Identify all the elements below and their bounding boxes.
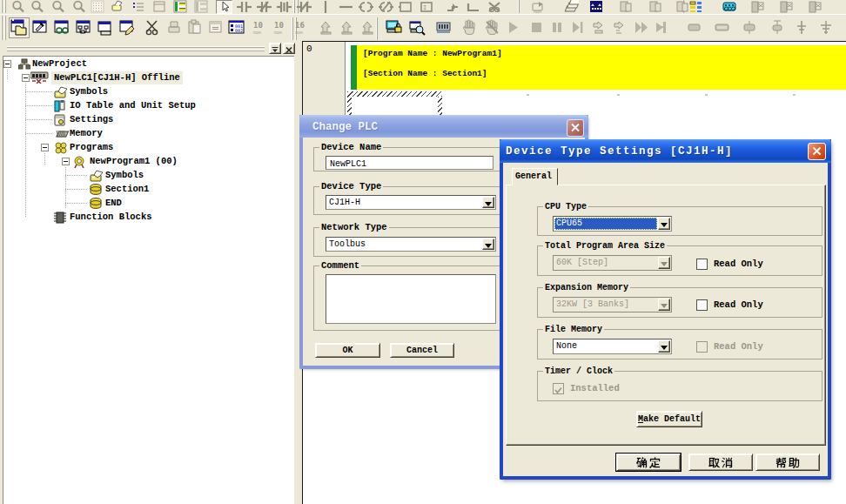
svg-text:non: non — [274, 30, 282, 36]
svg-text:non: non — [253, 30, 261, 36]
svg-text:16: 16 — [295, 21, 305, 30]
svg-text:10: 10 — [274, 21, 284, 30]
svg-text:10: 10 — [253, 21, 263, 30]
svg-text:002: 002 — [235, 28, 243, 33]
svg-text:non: non — [534, 10, 541, 14]
svg-text:I: I — [423, 4, 426, 11]
svg-text:non: non — [295, 30, 303, 36]
